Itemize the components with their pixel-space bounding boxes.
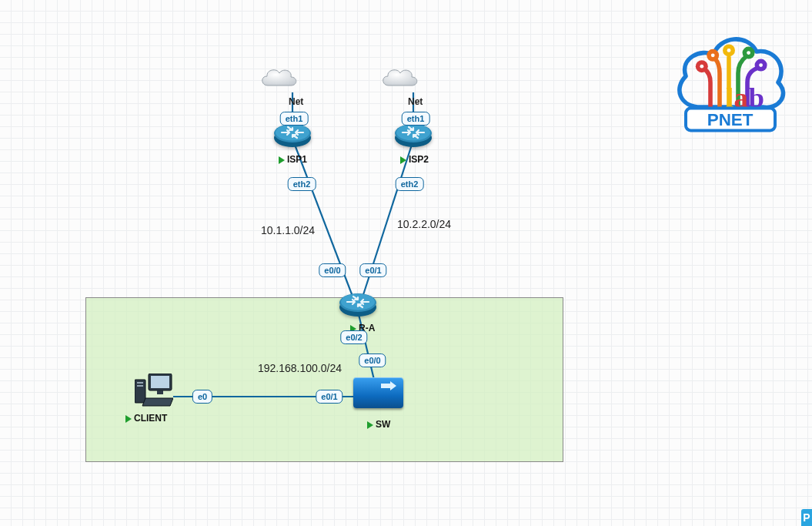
port-badge-ra_e00[interactable]: e0/0 [319,263,346,277]
run-indicator-icon [125,415,132,423]
bottom-right-badge[interactable]: P [801,509,812,526]
cloud-label-cloud1: Net [289,96,303,107]
port-badge-cl_e0[interactable]: e0 [192,390,212,404]
svg-point-14 [341,294,375,310]
run-indicator-icon [367,421,373,429]
router-device-isp1[interactable] [272,121,312,152]
run-indicator-icon [279,156,285,164]
svg-point-30 [759,63,763,67]
port-badge-sw_e00[interactable]: e0/0 [359,353,386,367]
svg-rect-16 [137,382,143,384]
svg-rect-17 [137,385,143,387]
port-badge-ra_e02[interactable]: e0/2 [340,330,367,344]
svg-point-26 [700,65,703,69]
svg-point-11 [396,125,430,141]
svg-point-28 [727,49,731,52]
subnet-label-n3: 192.168.100.0/24 [258,362,342,374]
device-label-isp2: ISP2 [400,154,429,165]
cloud-net-cloud2[interactable] [379,65,419,95]
pnet-logo: l a b PNET [667,11,790,145]
subnet-label-n1: 10.1.1.0/24 [261,224,315,236]
port-badge-isp1_eth2[interactable]: eth2 [288,177,316,191]
device-label-client: CLIENT [125,413,167,424]
run-indicator-icon [400,156,406,164]
svg-point-29 [747,51,750,55]
svg-point-27 [711,53,715,57]
port-badge-isp2_eth1[interactable]: eth1 [402,112,430,126]
svg-rect-19 [151,376,169,388]
logo-text: PNET [707,110,754,129]
port-badge-ra_e01[interactable]: e0/1 [359,263,386,277]
cloud-label-cloud2: Net [408,96,423,107]
port-badge-sw_e01[interactable]: e0/1 [316,390,343,404]
port-badge-isp2_eth2[interactable]: eth2 [396,177,424,191]
device-label-isp1: ISP1 [279,154,307,165]
svg-rect-20 [157,390,163,394]
cloud-net-cloud1[interactable] [259,65,299,95]
router-device-isp2[interactable] [393,121,433,152]
switch-device-sw[interactable] [353,377,403,408]
router-device-ra[interactable] [338,290,378,321]
device-label-sw: SW [367,419,390,430]
port-badge-isp1_eth1[interactable]: eth1 [280,112,309,126]
svg-point-8 [276,125,309,141]
client-pc-device[interactable] [135,374,173,412]
subnet-label-n2: 10.2.2.0/24 [397,218,451,230]
